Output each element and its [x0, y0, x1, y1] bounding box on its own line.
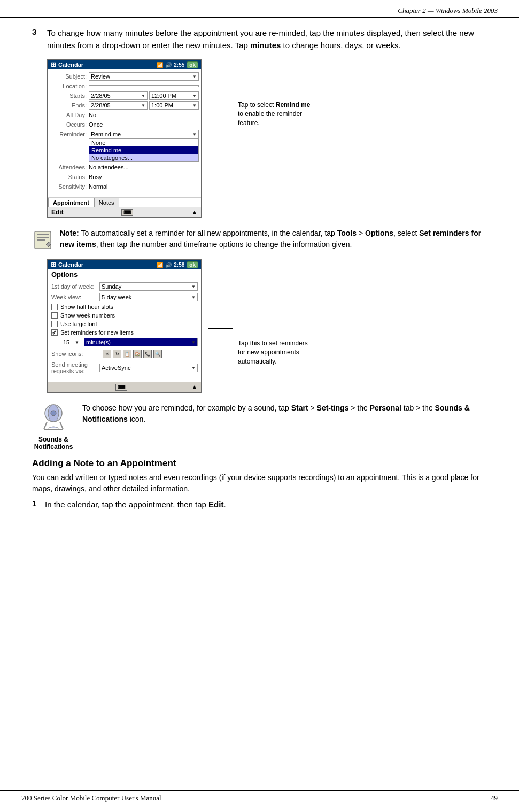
- keyboard-icon-1[interactable]: ⌨: [121, 209, 133, 216]
- send-arrow: ▼: [191, 366, 196, 370]
- sounds-label: Sounds & Notifications: [34, 436, 73, 451]
- keyboard-icon-2[interactable]: ⌨: [115, 384, 127, 391]
- svg-rect-3: [37, 239, 45, 241]
- note-text4: , then tap the number and timeframe opti…: [96, 240, 352, 249]
- calendar-screen-1: ⊞ Calendar 📶 🔊 2:55 ok Subject: Review: [47, 59, 202, 218]
- checkbox-weeknums: Show week numbers: [48, 311, 201, 320]
- starts-date[interactable]: 2/28/05 ▼: [89, 91, 148, 100]
- form-row-starts: Starts: 2/28/05 ▼ 12:00 PM ▼: [48, 91, 201, 100]
- svg-rect-1: [37, 234, 49, 235]
- note-text3: , select: [393, 229, 419, 237]
- checkbox-reminders-box[interactable]: ✓: [51, 329, 58, 336]
- tabs-row-1: Appointment Notes: [48, 197, 201, 207]
- tab-appointment[interactable]: Appointment: [48, 198, 94, 207]
- step-3-text: To change how many minutes before the ap…: [47, 27, 487, 51]
- sounds-icon: [37, 403, 69, 435]
- opt-row-remindernum: 15 ▼ minute(s) ▼: [48, 337, 201, 347]
- firstday-dropdown[interactable]: Sunday ▼: [99, 282, 198, 291]
- signal-icon: 📶: [157, 62, 163, 68]
- weekview-label: Week view:: [51, 294, 99, 300]
- svg-rect-2: [37, 237, 49, 238]
- step-3-text-after: to change hours, days, or weeks.: [281, 41, 400, 50]
- status-label: Status:: [50, 174, 89, 180]
- checkbox-halfhour-box[interactable]: [51, 304, 58, 310]
- callout-1-before: Tap to select: [238, 101, 276, 109]
- allday-label: All Day:: [50, 112, 89, 118]
- starts-time[interactable]: 12:00 PM ▼: [149, 91, 199, 100]
- checkbox-largefont-box[interactable]: [51, 321, 58, 327]
- form-row-attendees: Attendees: No attendees...: [48, 163, 201, 172]
- callout-2-line1: Tap this to set reminders: [238, 339, 308, 347]
- occurs-label: Occurs:: [50, 121, 89, 128]
- opt-row-weekview: Week view: 5-day week ▼: [48, 292, 201, 303]
- callout-connector-2: [208, 328, 233, 329]
- step-1-bold: Edit: [208, 500, 223, 509]
- step-1-block: 1 In the calendar, tap the appointment, …: [32, 499, 487, 511]
- reminder-header[interactable]: Remind me ▼: [89, 130, 199, 138]
- subject-label: Subject:: [50, 73, 89, 80]
- reminder-num-dropdown[interactable]: 15 ▼: [61, 338, 81, 346]
- opt-row-showicons: Show icons: ☀ ↻ 📋 🏠 📞 🔍: [48, 347, 201, 360]
- subject-arrow: ▼: [192, 74, 197, 79]
- subject-value[interactable]: Review ▼: [89, 72, 199, 81]
- taskbar-title-1: Calendar: [58, 61, 83, 68]
- ok-button-2[interactable]: ok: [187, 261, 198, 268]
- tab-notes[interactable]: Notes: [94, 198, 119, 207]
- sounds-text-before: To choose how you are reminded, for exam…: [82, 404, 291, 412]
- ends-time[interactable]: 1:00 PM ▼: [149, 101, 199, 110]
- note-label: Note:: [60, 229, 79, 237]
- taskbar-1: ⊞ Calendar 📶 🔊 2:55 ok: [48, 60, 201, 69]
- taskbar-icons-2: 📶 🔊 2:58 ok: [157, 261, 198, 268]
- sounds-bold1: Start: [291, 404, 308, 412]
- sounds-text: To choose how you are reminded, for exam…: [82, 403, 487, 425]
- reminder-unit-value: minute(s): [86, 339, 111, 345]
- location-value[interactable]: [89, 85, 199, 87]
- ends-date[interactable]: 2/28/05 ▼: [89, 101, 148, 110]
- time-display: 2:55: [174, 62, 184, 68]
- svg-point-11: [51, 411, 56, 416]
- reminder-num-value: 15: [63, 339, 69, 345]
- footer-left: 700 Series Color Mobile Computer User's …: [21, 794, 161, 802]
- scroll-up-2[interactable]: ▲: [191, 383, 198, 391]
- reminder-current-value: Remind me: [91, 131, 121, 137]
- section-heading: Adding a Note to an Appointment: [32, 458, 487, 469]
- form-row-allday: All Day: No: [48, 110, 201, 120]
- speaker-icon: 🔊: [165, 62, 172, 68]
- time-display-2: 2:58: [174, 262, 184, 268]
- callout-text-1: Tap to select Remind me to enable the re…: [238, 100, 323, 127]
- reminder-option-categories[interactable]: No categories...: [89, 154, 198, 161]
- firstday-label: 1st day of week:: [51, 283, 99, 290]
- note-block: Note: To automatically set a reminder fo…: [32, 228, 487, 250]
- svg-line-9: [60, 422, 63, 429]
- page-header: Chapter 2 — Windows Mobile 2003: [0, 0, 519, 18]
- connector-line-1: [208, 90, 233, 90]
- note-icon-area: [32, 229, 53, 250]
- ok-button-1[interactable]: ok: [187, 61, 198, 68]
- showicons-label: Show icons:: [51, 351, 99, 357]
- icon-refresh: ↻: [113, 350, 121, 358]
- firstday-arrow: ▼: [191, 284, 196, 289]
- checkbox-halfhour-label: Show half hour slots: [60, 304, 113, 310]
- note-icon: [32, 229, 53, 250]
- scroll-up[interactable]: ▲: [191, 208, 198, 216]
- step-3-bold: minutes: [250, 41, 281, 50]
- icon-phone: 📞: [143, 350, 152, 358]
- reminder-unit-dropdown[interactable]: minute(s) ▼: [84, 338, 198, 346]
- chapter-title: Chapter 2 — Windows Mobile 2003: [398, 6, 498, 15]
- signal-icon-2: 📶: [157, 262, 163, 268]
- send-dropdown[interactable]: ActiveSync ▼: [99, 364, 198, 372]
- edit-button[interactable]: Edit: [51, 208, 64, 216]
- taskbar-2: ⊞ Calendar 📶 🔊 2:58 ok: [48, 260, 201, 269]
- opt-row-sendmeeting: Send meeting requests via: ActiveSync ▼: [48, 360, 201, 375]
- form-row-reminder: Reminder: Remind me ▼ None Remind me No …: [48, 129, 201, 163]
- checkbox-weeknums-box[interactable]: [51, 312, 58, 319]
- section-para: You can add written or typed notes and e…: [32, 472, 487, 494]
- form-row-sensitivity: Sensitivity: Normal: [48, 182, 201, 191]
- reminder-option-remind[interactable]: Remind me: [89, 146, 198, 154]
- sounds-text3: > the: [348, 404, 369, 412]
- reminder-option-none[interactable]: None: [89, 139, 198, 146]
- weekview-dropdown[interactable]: 5-day week ▼: [99, 293, 198, 301]
- starts-label: Starts:: [50, 92, 89, 99]
- form-row-occurs: Occurs: Once: [48, 120, 201, 129]
- icon-search: 🔍: [153, 350, 162, 358]
